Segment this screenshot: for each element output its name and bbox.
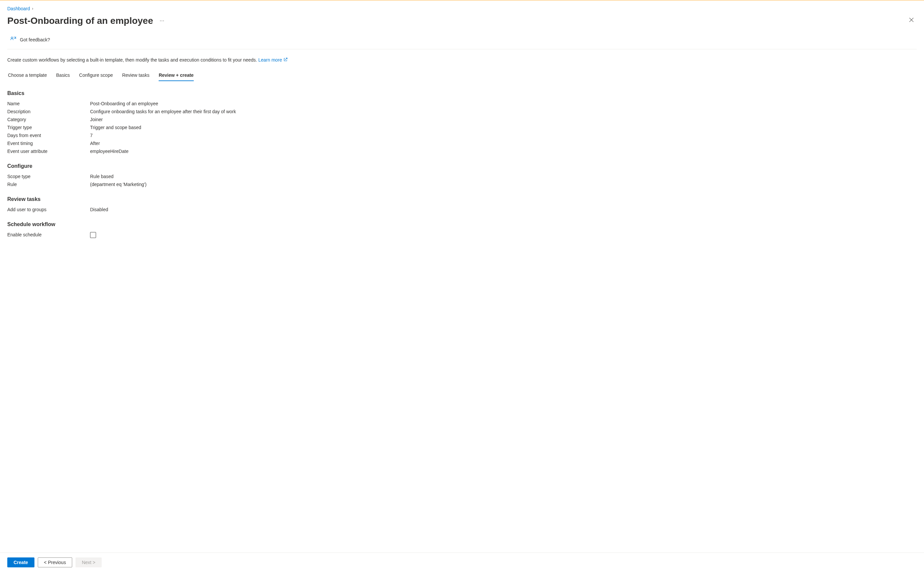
tab-review-create[interactable]: Review + create	[159, 70, 193, 81]
value-rule: (department eq 'Marketing')	[90, 182, 146, 187]
section-heading-basics: Basics	[7, 90, 917, 96]
feedback-icon	[10, 36, 17, 43]
tab-basics[interactable]: Basics	[56, 70, 70, 81]
row-description: Description Configure onboarding tasks f…	[7, 107, 917, 115]
value-name: Post-Onboarding of an employee	[90, 101, 158, 106]
row-event-timing: Event timing After	[7, 139, 917, 147]
external-link-icon	[283, 57, 288, 62]
breadcrumb-dashboard-link[interactable]: Dashboard	[7, 6, 30, 11]
close-icon	[909, 17, 914, 23]
close-button[interactable]	[906, 14, 917, 27]
section-configure: Configure Scope type Rule based Rule (de…	[7, 163, 917, 188]
section-schedule-workflow: Schedule workflow Enable schedule	[7, 221, 917, 239]
section-review-tasks: Review tasks Add user to groups Disabled	[7, 196, 917, 213]
value-description: Configure onboarding tasks for an employ…	[90, 109, 236, 114]
label-category: Category	[7, 117, 90, 122]
value-event-user-attribute: employeeHireDate	[90, 149, 129, 154]
row-scope-type: Scope type Rule based	[7, 173, 917, 180]
label-scope-type: Scope type	[7, 174, 90, 179]
label-event-timing: Event timing	[7, 141, 90, 146]
row-trigger-type: Trigger type Trigger and scope based	[7, 123, 917, 131]
label-trigger-type: Trigger type	[7, 125, 90, 130]
tab-review-tasks[interactable]: Review tasks	[122, 70, 149, 81]
learn-more-link[interactable]: Learn more	[258, 57, 288, 62]
enable-schedule-checkbox-wrap	[90, 232, 96, 238]
row-event-user-attribute: Event user attribute employeeHireDate	[7, 147, 917, 155]
value-event-timing: After	[90, 141, 100, 146]
tabs: Choose a template Basics Configure scope…	[7, 70, 917, 81]
feedback-link[interactable]: Got feedback?	[7, 36, 917, 49]
section-heading-configure: Configure	[7, 163, 917, 169]
tab-configure-scope[interactable]: Configure scope	[79, 70, 113, 81]
row-rule: Rule (department eq 'Marketing')	[7, 180, 917, 188]
value-category: Joiner	[90, 117, 103, 122]
section-heading-schedule-workflow: Schedule workflow	[7, 221, 917, 227]
value-add-user-to-groups: Disabled	[90, 207, 108, 212]
label-event-user-attribute: Event user attribute	[7, 149, 90, 154]
description-text: Create custom workflows by selecting a b…	[7, 57, 917, 62]
row-enable-schedule: Enable schedule	[7, 231, 917, 239]
enable-schedule-checkbox[interactable]	[90, 232, 96, 238]
chevron-right-icon: ›	[32, 6, 33, 11]
row-name: Name Post-Onboarding of an employee	[7, 99, 917, 107]
value-trigger-type: Trigger and scope based	[90, 125, 141, 130]
breadcrumb: Dashboard ›	[7, 6, 917, 11]
row-days-from-event: Days from event 7	[7, 131, 917, 139]
section-heading-review-tasks: Review tasks	[7, 196, 917, 202]
value-days-from-event: 7	[90, 133, 93, 138]
label-enable-schedule: Enable schedule	[7, 232, 90, 238]
label-description: Description	[7, 109, 90, 114]
row-category: Category Joiner	[7, 115, 917, 123]
label-add-user-to-groups: Add user to groups	[7, 207, 90, 212]
more-options-icon[interactable]: ⋯	[158, 17, 166, 25]
row-add-user-to-groups: Add user to groups Disabled	[7, 205, 917, 213]
page-title: Post-Onboarding of an employee	[7, 16, 153, 26]
tab-choose-template[interactable]: Choose a template	[8, 70, 47, 81]
feedback-label: Got feedback?	[20, 37, 50, 42]
section-basics: Basics Name Post-Onboarding of an employ…	[7, 90, 917, 155]
value-scope-type: Rule based	[90, 174, 114, 179]
svg-point-2	[11, 37, 13, 39]
label-name: Name	[7, 101, 90, 106]
label-rule: Rule	[7, 182, 90, 187]
label-days-from-event: Days from event	[7, 133, 90, 138]
